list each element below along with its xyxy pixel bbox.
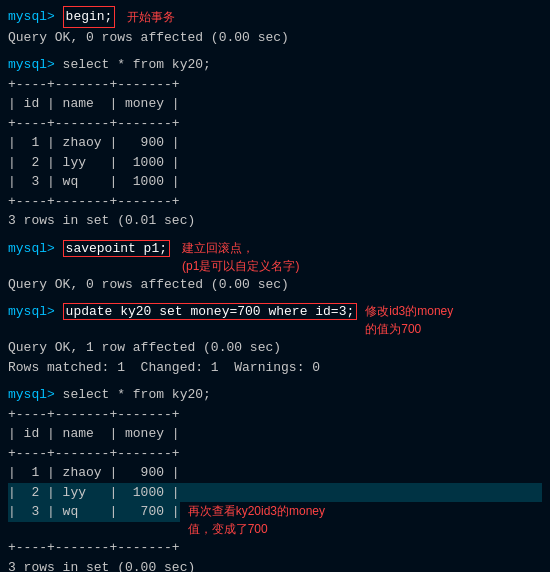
cmd-begin: begin; xyxy=(63,6,116,28)
prompt-savepoint: mysql> xyxy=(8,241,63,256)
line-begin: mysql> begin; 开始事务 xyxy=(8,6,542,28)
output-begin: Query OK, 0 rows affected (0.00 sec) xyxy=(8,28,542,48)
annotation-update1: 修改id3的money xyxy=(365,302,453,320)
annotation-begin: 开始事务 xyxy=(127,8,175,26)
table2-row3: | 3 | wq | 700 | xyxy=(8,502,180,522)
output-select1: 3 rows in set (0.01 sec) xyxy=(8,211,542,231)
cmd-select1: select * from ky20; xyxy=(63,55,211,75)
cmd-savepoint: savepoint p1; xyxy=(63,240,170,257)
table1-row1: | 1 | zhaoy | 900 | xyxy=(8,133,542,153)
table2-border-top: +----+-------+-------+ xyxy=(8,405,542,425)
prompt-select1: mysql> xyxy=(8,55,63,75)
table1-border-bot: +----+-------+-------+ xyxy=(8,192,542,212)
annotation-savepoint2: (p1是可以自定义名字) xyxy=(182,257,299,275)
output-update1: Query OK, 1 row affected (0.00 sec) xyxy=(8,338,542,358)
table2-row2: | 2 | lyy | 1000 | xyxy=(8,483,542,503)
table2-row1: | 1 | zhaoy | 900 | xyxy=(8,463,542,483)
prompt-begin: mysql> xyxy=(8,7,63,27)
line-select1: mysql> select * from ky20; xyxy=(8,55,542,75)
table1-row3: | 3 | wq | 1000 | xyxy=(8,172,542,192)
annotation-savepoint1: 建立回滚点， xyxy=(182,239,299,257)
table2-header: | id | name | money | xyxy=(8,424,542,444)
line-update: mysql> update ky20 set money=700 where i… xyxy=(8,302,542,338)
terminal: mysql> begin; 开始事务 Query OK, 0 rows affe… xyxy=(8,6,542,572)
table1-header: | id | name | money | xyxy=(8,94,542,114)
prompt-update: mysql> xyxy=(8,304,63,319)
prompt-select2: mysql> xyxy=(8,385,63,405)
table1-border-top: +----+-------+-------+ xyxy=(8,75,542,95)
annotation-update2: 的值为700 xyxy=(365,320,453,338)
annotation-select2-1: 再次查看ky20id3的money xyxy=(188,502,325,520)
output-savepoint: Query OK, 0 rows affected (0.00 sec) xyxy=(8,275,542,295)
line-savepoint: mysql> savepoint p1; 建立回滚点， (p1是可以自定义名字) xyxy=(8,239,542,275)
annotation-select2-2: 值，变成了700 xyxy=(188,520,325,538)
table1-row2: | 2 | lyy | 1000 | xyxy=(8,153,542,173)
table1-border-mid: +----+-------+-------+ xyxy=(8,114,542,134)
cmd-select2: select * from ky20; xyxy=(63,385,211,405)
line-select2: mysql> select * from ky20; xyxy=(8,385,542,405)
table2-border-bot: +----+-------+-------+ xyxy=(8,538,542,558)
output-select2: 3 rows in set (0.00 sec) xyxy=(8,558,542,573)
table2-border-mid: +----+-------+-------+ xyxy=(8,444,542,464)
output-update2: Rows matched: 1 Changed: 1 Warnings: 0 xyxy=(8,358,542,378)
cmd-update: update ky20 set money=700 where id=3; xyxy=(63,303,358,320)
table2-row3-container: | 3 | wq | 700 | 再次查看ky20id3的money 值，变成了… xyxy=(8,502,542,538)
